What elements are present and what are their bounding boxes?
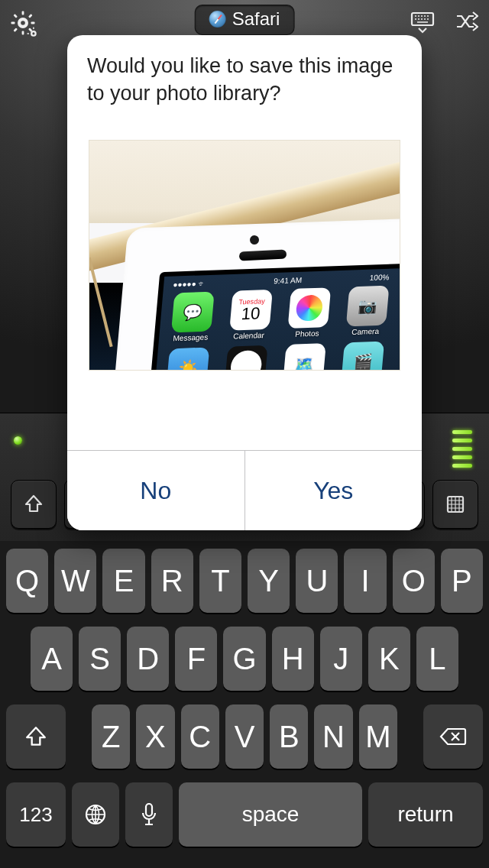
key-l[interactable]: L (416, 627, 458, 691)
preview-battery: 100% (369, 273, 390, 282)
keyboard-row-4: 123 space return (5, 782, 484, 847)
key-g[interactable]: G (223, 627, 265, 691)
key-m[interactable]: M (359, 704, 397, 769)
key-k[interactable]: K (368, 627, 410, 691)
keyboard-row-1: Q W E R T Y U I O P (5, 549, 484, 613)
preview-signal-icon: ●●●●● ᯤ (173, 279, 206, 288)
key-v[interactable]: V (225, 704, 264, 769)
key-x[interactable]: X (136, 704, 174, 769)
preview-app-messages-icon: 💬 (171, 291, 215, 332)
key-dictation[interactable] (125, 782, 173, 847)
preview-app-weather-icon: ☀️ (167, 347, 210, 371)
key-u[interactable]: U (296, 549, 338, 613)
key-c[interactable]: C (181, 704, 219, 769)
svg-rect-4 (13, 14, 18, 18)
keyboard-hide-icon[interactable] (410, 8, 436, 37)
preview-app-videos-icon: 🎬 (341, 341, 384, 370)
key-123[interactable]: 123 (6, 782, 66, 847)
key-t[interactable]: T (199, 549, 241, 613)
dialog-message: Would you like to save this image to you… (67, 35, 422, 118)
svg-rect-2 (11, 22, 15, 24)
key-o[interactable]: O (393, 549, 435, 613)
settings-gear-icon[interactable] (9, 9, 37, 37)
preview-clock: 9:41 AM (274, 276, 303, 285)
key-a[interactable]: A (31, 627, 73, 691)
shuffle-icon[interactable] (454, 8, 480, 37)
dialog-no-button[interactable]: No (67, 451, 244, 530)
safari-compass-icon (209, 11, 226, 28)
key-p[interactable]: P (441, 549, 483, 613)
key-r[interactable]: R (151, 549, 193, 613)
key-z[interactable]: Z (92, 704, 130, 769)
svg-rect-0 (22, 11, 24, 15)
signal-strength-icon (452, 430, 472, 468)
key-d[interactable]: D (127, 627, 169, 691)
key-n[interactable]: N (314, 704, 352, 769)
key-h[interactable]: H (272, 627, 314, 691)
preview-app-maps-icon: 🗺️ (283, 343, 326, 371)
svg-rect-10 (27, 33, 29, 34)
svg-rect-16 (146, 804, 152, 816)
key-shift[interactable] (6, 704, 66, 769)
key-b[interactable]: B (270, 704, 308, 769)
key-space[interactable]: space (179, 782, 362, 847)
key-s[interactable]: S (79, 627, 121, 691)
active-app-pill[interactable]: Safari (195, 5, 295, 35)
key-globe[interactable] (72, 782, 119, 847)
dialog-image-preview: ●●●●● ᯤ 9:41 AM 100% 💬Messages Tuesday10… (67, 118, 422, 375)
key-return[interactable]: return (368, 782, 483, 847)
svg-rect-3 (31, 22, 35, 24)
on-screen-keyboard: Q W E R T Y U I O P A S D F G H J K L Z … (0, 541, 489, 868)
svg-rect-7 (13, 28, 18, 32)
preview-app-calendar-icon: Tuesday10 (229, 290, 273, 331)
key-i[interactable]: I (344, 549, 386, 613)
key-j[interactable]: J (320, 627, 362, 691)
svg-rect-6 (28, 14, 33, 18)
save-image-dialog: Would you like to save this image to you… (67, 35, 422, 530)
svg-rect-8 (33, 27, 34, 29)
preview-app-camera-icon: 📷 (346, 285, 390, 326)
preview-app-clock-icon (225, 345, 268, 371)
shift-toggle-button[interactable] (11, 480, 57, 529)
connection-indicator-icon (14, 436, 22, 445)
keyboard-row-2: A S D F G H J K L (5, 627, 484, 691)
key-w[interactable]: W (54, 549, 96, 613)
key-backspace[interactable] (423, 704, 483, 769)
key-q[interactable]: Q (6, 549, 48, 613)
keyboard-row-3: Z X C V B N M (5, 704, 484, 769)
grid-layout-button[interactable] (432, 480, 478, 529)
active-app-name: Safari (232, 8, 280, 30)
key-e[interactable]: E (102, 549, 144, 613)
dialog-yes-button[interactable]: Yes (244, 451, 423, 530)
preview-app-photos-icon (287, 287, 331, 329)
key-f[interactable]: F (175, 627, 217, 691)
svg-rect-1 (22, 31, 24, 35)
key-y[interactable]: Y (248, 549, 290, 613)
